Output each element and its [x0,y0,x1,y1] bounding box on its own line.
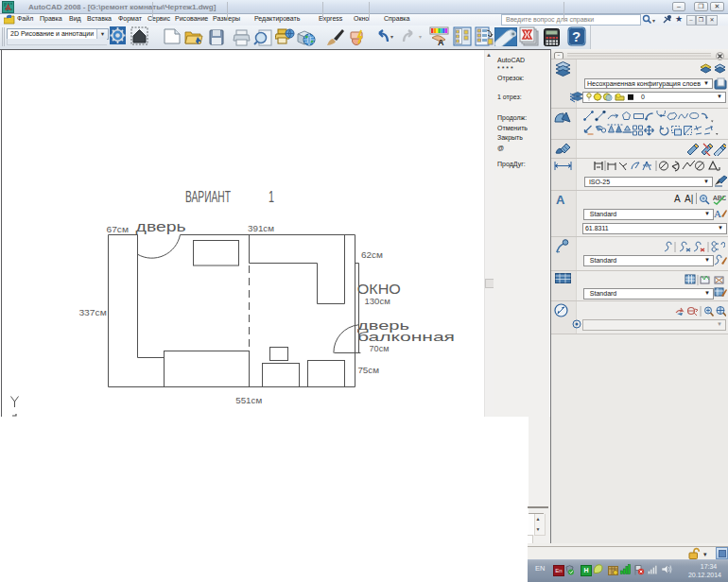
svg-text:67см: 67см [107,224,130,234]
svg-text:391см: 391см [248,223,274,233]
svg-text:ОКНО: ОКНО [357,282,401,297]
svg-text:337см: 337см [78,307,106,317]
svg-text:дверь: дверь [136,218,186,234]
svg-text:62см: 62см [361,249,383,260]
svg-text:130см: 130см [365,296,390,306]
svg-text:?: ? [572,28,581,44]
svg-text:ВАРИАНТ: ВАРИАНТ [185,188,231,206]
svg-text:70см: 70см [370,343,390,353]
svg-text:551см: 551см [235,395,262,405]
svg-text:A: A [714,208,721,219]
svg-text:1: 1 [269,188,274,206]
svg-text:75см: 75см [357,365,379,375]
